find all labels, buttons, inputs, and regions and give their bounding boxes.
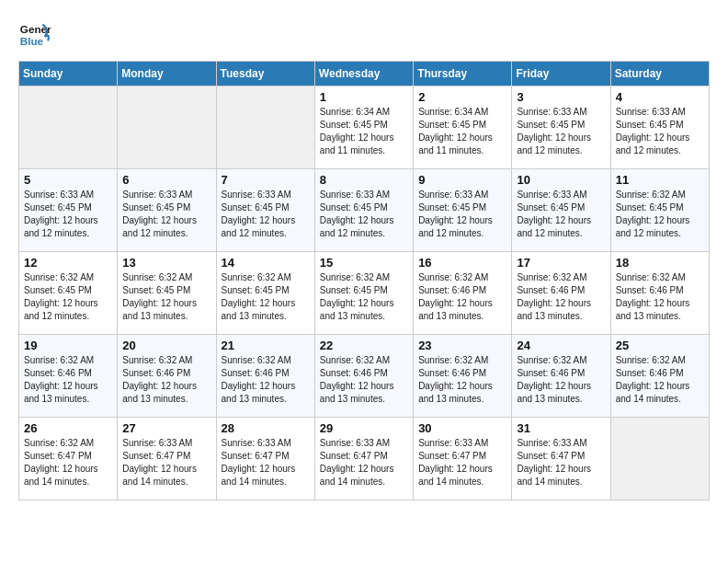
day-number: 8 bbox=[320, 173, 408, 187]
day-info: Sunrise: 6:33 AM Sunset: 6:45 PM Dayligh… bbox=[418, 189, 506, 240]
day-number: 4 bbox=[616, 90, 704, 104]
day-number: 5 bbox=[24, 173, 112, 187]
calendar-cell: 24Sunrise: 6:32 AM Sunset: 6:46 PM Dayli… bbox=[512, 335, 610, 418]
day-number: 14 bbox=[222, 256, 310, 270]
calendar-cell: 10Sunrise: 6:33 AM Sunset: 6:45 PM Dayli… bbox=[512, 169, 610, 252]
day-number: 23 bbox=[418, 339, 506, 352]
day-info: Sunrise: 6:34 AM Sunset: 6:45 PM Dayligh… bbox=[320, 106, 408, 157]
calendar-cell: 28Sunrise: 6:33 AM Sunset: 6:47 PM Dayli… bbox=[216, 418, 314, 500]
weekday-header: Tuesday bbox=[216, 62, 314, 86]
weekday-header: Monday bbox=[118, 62, 216, 86]
calendar-cell: 27Sunrise: 6:33 AM Sunset: 6:47 PM Dayli… bbox=[118, 418, 216, 500]
day-number: 15 bbox=[320, 256, 408, 270]
day-info: Sunrise: 6:33 AM Sunset: 6:47 PM Dayligh… bbox=[222, 437, 310, 488]
calendar-cell: 14Sunrise: 6:32 AM Sunset: 6:45 PM Dayli… bbox=[216, 252, 314, 335]
calendar-table: SundayMondayTuesdayWednesdayThursdayFrid… bbox=[18, 61, 710, 500]
page-header: General Blue bbox=[18, 18, 710, 52]
day-number: 27 bbox=[122, 421, 210, 435]
calendar-cell bbox=[610, 418, 709, 500]
day-number: 22 bbox=[320, 339, 408, 352]
day-number: 7 bbox=[222, 173, 310, 187]
day-info: Sunrise: 6:33 AM Sunset: 6:45 PM Dayligh… bbox=[517, 189, 605, 240]
day-info: Sunrise: 6:32 AM Sunset: 6:46 PM Dayligh… bbox=[418, 354, 506, 406]
day-info: Sunrise: 6:33 AM Sunset: 6:47 PM Dayligh… bbox=[320, 437, 408, 488]
day-number: 19 bbox=[24, 339, 112, 352]
day-number: 1 bbox=[320, 90, 408, 104]
day-number: 20 bbox=[122, 339, 210, 352]
calendar-cell: 1Sunrise: 6:34 AM Sunset: 6:45 PM Daylig… bbox=[314, 86, 413, 169]
day-number: 3 bbox=[517, 90, 605, 104]
day-info: Sunrise: 6:32 AM Sunset: 6:46 PM Dayligh… bbox=[418, 271, 506, 323]
day-info: Sunrise: 6:32 AM Sunset: 6:46 PM Dayligh… bbox=[517, 354, 605, 406]
calendar-cell: 9Sunrise: 6:33 AM Sunset: 6:45 PM Daylig… bbox=[414, 169, 512, 252]
day-info: Sunrise: 6:32 AM Sunset: 6:46 PM Dayligh… bbox=[122, 354, 210, 406]
day-info: Sunrise: 6:33 AM Sunset: 6:45 PM Dayligh… bbox=[616, 106, 704, 157]
calendar-cell bbox=[118, 86, 216, 169]
calendar-week-row: 5Sunrise: 6:33 AM Sunset: 6:45 PM Daylig… bbox=[19, 169, 710, 252]
day-info: Sunrise: 6:33 AM Sunset: 6:47 PM Dayligh… bbox=[122, 437, 210, 488]
calendar-cell: 2Sunrise: 6:34 AM Sunset: 6:45 PM Daylig… bbox=[414, 86, 512, 169]
calendar-cell: 18Sunrise: 6:32 AM Sunset: 6:46 PM Dayli… bbox=[610, 252, 709, 335]
day-info: Sunrise: 6:32 AM Sunset: 6:47 PM Dayligh… bbox=[24, 437, 112, 488]
calendar-cell: 8Sunrise: 6:33 AM Sunset: 6:45 PM Daylig… bbox=[314, 169, 413, 252]
day-info: Sunrise: 6:32 AM Sunset: 6:45 PM Dayligh… bbox=[122, 271, 210, 323]
calendar-cell: 15Sunrise: 6:32 AM Sunset: 6:45 PM Dayli… bbox=[314, 252, 413, 335]
day-number: 13 bbox=[122, 256, 210, 270]
logo-icon: General Blue bbox=[18, 18, 51, 52]
calendar-cell: 21Sunrise: 6:32 AM Sunset: 6:46 PM Dayli… bbox=[216, 335, 314, 418]
weekday-header: Wednesday bbox=[314, 62, 413, 86]
calendar-cell: 23Sunrise: 6:32 AM Sunset: 6:46 PM Dayli… bbox=[414, 335, 512, 418]
day-number: 21 bbox=[222, 339, 310, 352]
day-info: Sunrise: 6:33 AM Sunset: 6:45 PM Dayligh… bbox=[122, 189, 210, 240]
day-number: 12 bbox=[24, 256, 112, 270]
calendar-cell bbox=[19, 86, 118, 169]
day-number: 24 bbox=[517, 339, 605, 352]
day-info: Sunrise: 6:33 AM Sunset: 6:45 PM Dayligh… bbox=[24, 189, 112, 240]
day-number: 26 bbox=[24, 421, 112, 435]
day-number: 6 bbox=[122, 173, 210, 187]
calendar-cell: 11Sunrise: 6:32 AM Sunset: 6:45 PM Dayli… bbox=[610, 169, 709, 252]
calendar-cell: 4Sunrise: 6:33 AM Sunset: 6:45 PM Daylig… bbox=[610, 86, 709, 169]
calendar-cell: 17Sunrise: 6:32 AM Sunset: 6:46 PM Dayli… bbox=[512, 252, 610, 335]
day-number: 30 bbox=[418, 421, 506, 435]
day-info: Sunrise: 6:33 AM Sunset: 6:45 PM Dayligh… bbox=[320, 189, 408, 240]
calendar-cell: 6Sunrise: 6:33 AM Sunset: 6:45 PM Daylig… bbox=[118, 169, 216, 252]
calendar-cell: 13Sunrise: 6:32 AM Sunset: 6:45 PM Dayli… bbox=[118, 252, 216, 335]
day-info: Sunrise: 6:32 AM Sunset: 6:46 PM Dayligh… bbox=[616, 354, 704, 406]
calendar-cell: 12Sunrise: 6:32 AM Sunset: 6:45 PM Dayli… bbox=[19, 252, 118, 335]
weekday-header: Friday bbox=[512, 62, 610, 86]
day-number: 9 bbox=[418, 173, 506, 187]
calendar-cell: 20Sunrise: 6:32 AM Sunset: 6:46 PM Dayli… bbox=[118, 335, 216, 418]
calendar-cell: 5Sunrise: 6:33 AM Sunset: 6:45 PM Daylig… bbox=[19, 169, 118, 252]
day-info: Sunrise: 6:32 AM Sunset: 6:45 PM Dayligh… bbox=[616, 189, 704, 240]
weekday-header-row: SundayMondayTuesdayWednesdayThursdayFrid… bbox=[19, 62, 710, 86]
calendar-week-row: 26Sunrise: 6:32 AM Sunset: 6:47 PM Dayli… bbox=[19, 418, 710, 500]
calendar-cell: 3Sunrise: 6:33 AM Sunset: 6:45 PM Daylig… bbox=[512, 86, 610, 169]
day-number: 11 bbox=[616, 173, 704, 187]
day-info: Sunrise: 6:32 AM Sunset: 6:46 PM Dayligh… bbox=[24, 354, 112, 406]
day-info: Sunrise: 6:34 AM Sunset: 6:45 PM Dayligh… bbox=[418, 106, 506, 157]
day-number: 17 bbox=[517, 256, 605, 270]
calendar-week-row: 12Sunrise: 6:32 AM Sunset: 6:45 PM Dayli… bbox=[19, 252, 710, 335]
calendar-cell: 30Sunrise: 6:33 AM Sunset: 6:47 PM Dayli… bbox=[414, 418, 512, 500]
day-info: Sunrise: 6:32 AM Sunset: 6:45 PM Dayligh… bbox=[320, 271, 408, 323]
calendar-week-row: 19Sunrise: 6:32 AM Sunset: 6:46 PM Dayli… bbox=[19, 335, 710, 418]
day-number: 28 bbox=[222, 421, 310, 435]
calendar-cell: 19Sunrise: 6:32 AM Sunset: 6:46 PM Dayli… bbox=[19, 335, 118, 418]
day-number: 10 bbox=[517, 173, 605, 187]
day-info: Sunrise: 6:33 AM Sunset: 6:47 PM Dayligh… bbox=[517, 437, 605, 488]
weekday-header: Sunday bbox=[19, 62, 118, 86]
day-info: Sunrise: 6:33 AM Sunset: 6:45 PM Dayligh… bbox=[517, 106, 605, 157]
day-info: Sunrise: 6:32 AM Sunset: 6:45 PM Dayligh… bbox=[222, 271, 310, 323]
svg-text:Blue: Blue bbox=[20, 35, 44, 47]
calendar-cell: 31Sunrise: 6:33 AM Sunset: 6:47 PM Dayli… bbox=[512, 418, 610, 500]
logo: General Blue bbox=[18, 18, 51, 52]
day-number: 2 bbox=[418, 90, 506, 104]
day-number: 31 bbox=[517, 421, 605, 435]
day-info: Sunrise: 6:32 AM Sunset: 6:46 PM Dayligh… bbox=[222, 354, 310, 406]
day-info: Sunrise: 6:32 AM Sunset: 6:46 PM Dayligh… bbox=[320, 354, 408, 406]
day-number: 16 bbox=[418, 256, 506, 270]
day-info: Sunrise: 6:32 AM Sunset: 6:46 PM Dayligh… bbox=[517, 271, 605, 323]
day-number: 29 bbox=[320, 421, 408, 435]
calendar-cell: 7Sunrise: 6:33 AM Sunset: 6:45 PM Daylig… bbox=[216, 169, 314, 252]
